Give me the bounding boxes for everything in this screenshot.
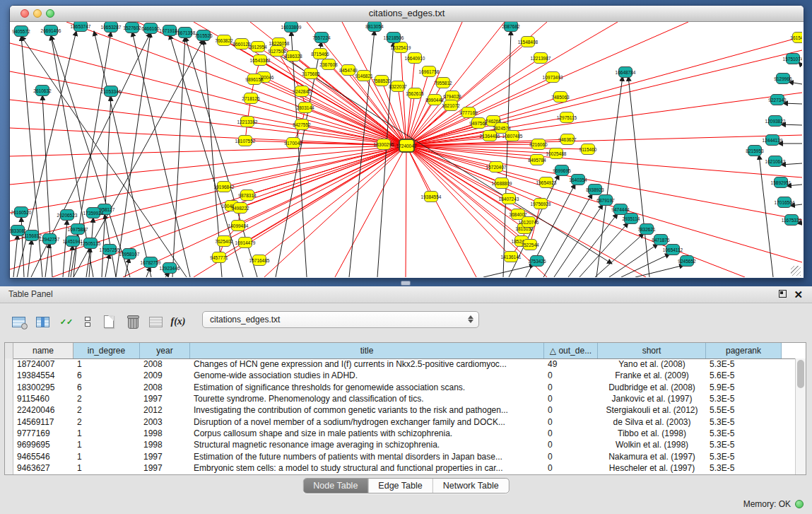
graph-node[interactable]: 2803144	[298, 102, 312, 113]
graph-node[interactable]: 1527602	[125, 22, 139, 33]
import-table-icon[interactable]	[146, 312, 165, 332]
table-row[interactable]: 911546021997Tourette syndrome. Phenomeno…	[13, 393, 795, 404]
graph-node[interactable]: 11156812	[25, 230, 39, 241]
graph-node[interactable]: 18107552	[238, 135, 252, 146]
graph-node[interactable]: 8215953	[748, 145, 762, 156]
graph-node[interactable]: 10975887	[71, 223, 85, 235]
table-scrollbar[interactable]	[795, 358, 806, 474]
row-height-icon[interactable]	[78, 312, 98, 332]
window-titlebar[interactable]: citations_edges.txt	[10, 6, 804, 22]
graph-node[interactable]: 10958107	[122, 248, 136, 259]
graph-node[interactable]: 17957255	[102, 244, 117, 255]
graph-node[interactable]: 12213987	[534, 52, 548, 64]
graph-node[interactable]: 16782759	[143, 257, 158, 268]
graph-node[interactable]: 2935114	[624, 213, 638, 224]
column-header-year[interactable]: year	[140, 343, 190, 358]
table-row[interactable]: 1830029562008Estimation of significance …	[13, 382, 795, 393]
table-row[interactable]: 1872400712008Changes of HCN gene express…	[13, 358, 795, 370]
graph-node[interactable]: 16543382	[253, 54, 267, 66]
graph-node[interactable]: 6879197	[599, 194, 613, 206]
graph-node[interactable]: 17359924	[86, 207, 100, 218]
graph-node[interactable]: 1640354	[571, 174, 585, 185]
graph-node[interactable]: 2833081	[11, 225, 25, 236]
graph-node[interactable]: 11548408	[521, 36, 535, 47]
graph-node[interactable]: 10973493	[546, 71, 560, 83]
graph-node[interactable]: 15218506	[387, 32, 401, 43]
graph-node[interactable]: 10120746	[522, 216, 536, 228]
graph-node[interactable]: 7522544	[523, 239, 537, 250]
graph-node[interactable]: 19654923	[539, 177, 553, 188]
graph-node[interactable]: 8715466	[313, 48, 327, 59]
graph-node[interactable]: 9146821	[357, 70, 371, 81]
graph-node[interactable]: 15892951	[774, 177, 788, 188]
new-table-icon[interactable]	[99, 312, 119, 332]
graph-node[interactable]: 16671358	[178, 27, 192, 38]
graph-node[interactable]: 12444139	[765, 134, 779, 146]
graph-node[interactable]: 2718126	[244, 93, 258, 104]
graph-node[interactable]: 9699695	[555, 165, 569, 176]
graph-node[interactable]: 9245652	[680, 255, 694, 267]
graph-node[interactable]: 8471876	[654, 234, 668, 245]
minimize-window-icon[interactable]	[33, 9, 42, 18]
graph-node[interactable]: 2610632	[35, 85, 49, 96]
table-row[interactable]: 946362711997Embryonic stem cells: a mode…	[13, 462, 795, 474]
graph-node[interactable]: 7557224	[314, 32, 329, 43]
graph-node[interactable]: 9777169	[461, 107, 476, 118]
tab-edge-table[interactable]: Edge Table	[368, 479, 433, 493]
graph-node[interactable]: 16648784	[618, 66, 632, 78]
graph-node[interactable]: 18407243	[502, 193, 516, 204]
graph-node[interactable]: 8990448	[428, 94, 442, 105]
graph-node[interactable]: 10719184	[163, 25, 177, 36]
graph-node[interactable]: 12923446	[163, 262, 177, 274]
table-row[interactable]: 969969511998Structural magnetic resonanc…	[13, 439, 795, 450]
graph-node[interactable]: 1615402	[792, 32, 802, 43]
graph-node[interactable]: 9170042	[286, 137, 300, 148]
table-row[interactable]: 946554611997Estimation of the future num…	[13, 450, 795, 462]
graph-node[interactable]: 9242845	[295, 86, 309, 97]
float-panel-icon[interactable]	[779, 290, 787, 298]
tab-network-table[interactable]: Network Table	[433, 479, 509, 493]
graph-node[interactable]: 8454749	[341, 64, 355, 76]
column-header-in_degree[interactable]: in_degree	[73, 343, 140, 358]
graph-node[interactable]: 14136141	[504, 251, 518, 262]
table-row[interactable]: 1456911722003Disruption of a novel membe…	[13, 416, 795, 427]
graph-node[interactable]: 1562615	[408, 88, 422, 99]
graph-node[interactable]: 8938923	[588, 184, 602, 195]
close-window-icon[interactable]	[20, 9, 29, 18]
graph-node[interactable]: 16325419	[394, 42, 408, 53]
graph-node[interactable]: 11675338	[784, 214, 799, 226]
graph-node[interactable]: 9498222	[233, 202, 247, 214]
graph-node[interactable]: 7663822	[217, 35, 231, 46]
graph-node[interactable]: 16961758	[422, 66, 436, 77]
column-header-out_de[interactable]: △ out_de...	[544, 343, 598, 358]
graph-node[interactable]: 8427552	[295, 119, 309, 130]
graph-node[interactable]: 9129966	[776, 73, 790, 84]
graph-node[interactable]: 12213382	[240, 116, 254, 127]
graph-node[interactable]: 8813054	[367, 22, 382, 32]
graph-node[interactable]: 8216060	[531, 139, 546, 150]
graph-node[interactable]: 21364486	[483, 130, 497, 141]
graph-node[interactable]: 21053346	[104, 86, 118, 97]
graph-node[interactable]: 15716485	[252, 255, 266, 266]
graph-node[interactable]: 15751074	[786, 53, 800, 64]
graph-node[interactable]: 9127508	[270, 45, 284, 57]
graph-node[interactable]: 26691406	[44, 25, 58, 36]
graph-node[interactable]: 8495784	[530, 154, 544, 165]
column-header-name[interactable]: name	[13, 343, 73, 358]
graph-node[interactable]: 1753426	[530, 255, 544, 267]
graph-node[interactable]: 8322037	[391, 81, 405, 92]
graph-node[interactable]: 26160520	[14, 206, 28, 218]
show-column-icon[interactable]	[33, 312, 52, 332]
table-settings-icon[interactable]	[8, 312, 28, 332]
graph-node[interactable]: 12505135	[83, 238, 98, 249]
splitter-grip[interactable]	[401, 281, 411, 286]
graph-node[interactable]: 10688809	[495, 177, 509, 189]
graph-node[interactable]: 10654112	[666, 244, 680, 255]
graph-node[interactable]: 16640910	[408, 52, 422, 64]
graph-node[interactable]: 9896158	[247, 74, 261, 85]
graph-node[interactable]: 2367608	[322, 59, 336, 70]
graph-node[interactable]: 8186328	[286, 50, 300, 62]
graph-node[interactable]: 9227343	[770, 94, 784, 105]
graph-node[interactable]: 16914479	[238, 237, 252, 248]
graph-node[interactable]: 9457771	[212, 252, 226, 263]
